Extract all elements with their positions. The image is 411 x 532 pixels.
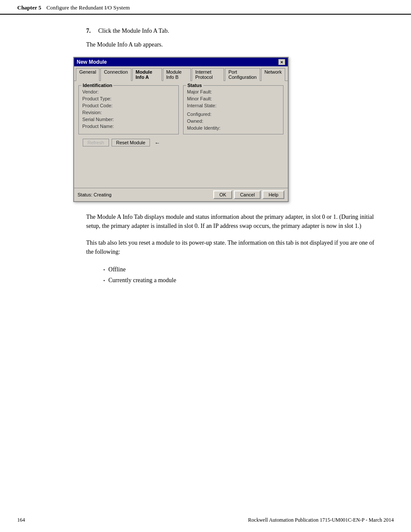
dialog-main-row: Identification Vendor: Product Type: Pro… [78, 85, 283, 134]
dialog-title: New Module [77, 59, 107, 65]
arrow-icon: ← [154, 140, 160, 146]
page-number: 164 [17, 517, 25, 523]
header-bar: Chapter 5 Configure the Redundant I/O Sy… [0, 0, 411, 15]
bullet-item-1: • Offline [103, 264, 377, 275]
bullet-item-2: • Currently creating a module [103, 275, 377, 286]
tab-connection[interactable]: Connection [100, 68, 131, 81]
tab-internet-protocol[interactable]: Internet Protocol [192, 68, 224, 81]
tab-port-configuration[interactable]: Port Configuration [225, 68, 260, 81]
step-subtext: The Module Info A tab appears. [86, 41, 394, 48]
bullet-list: • Offline • Currently creating a module [103, 264, 377, 286]
dialog-body: Identification Vendor: Product Type: Pro… [74, 81, 288, 188]
chapter-label: Chapter 5 [17, 4, 41, 11]
description-1: The Module A Info Tab displays module an… [86, 212, 377, 230]
tab-bar: General Connection Module Info A Module … [74, 66, 288, 81]
configured-row: Configured: [187, 112, 280, 117]
bullet-text-2: Currently creating a module [109, 275, 176, 286]
bullet-dot-2: • [103, 277, 105, 285]
revision-row: Revision: [82, 110, 175, 115]
serial-number-row: Serial Number: [82, 117, 175, 122]
refresh-button[interactable]: Refresh [83, 139, 109, 146]
step-row: 7. Click the Module Info A Tab. [17, 28, 394, 34]
publication-info: Rockwell Automation Publication 1715-UM0… [248, 517, 394, 523]
dialog-button-row: Refresh Reset Module ← [78, 139, 283, 146]
product-code-row: Product Code: [82, 103, 175, 108]
product-type-row: Product Type: [82, 96, 175, 101]
footer-buttons: OK Cancel Help [213, 190, 284, 199]
vendor-row: Vendor: [82, 89, 175, 94]
dialog-spacer [78, 149, 283, 184]
page-footer: 164 Rockwell Automation Publication 1715… [0, 517, 411, 523]
step-number: 7. [86, 28, 95, 34]
dialog-window: New Module × General Connection Module I… [73, 57, 289, 202]
footer-status: Status: Creating [78, 192, 112, 197]
tab-module-info-b[interactable]: Module Info B [163, 68, 191, 81]
bullet-text-1: Offline [109, 264, 126, 275]
module-identity-row: Module Identity: [187, 125, 280, 131]
internal-state-row: Internal State: [187, 103, 280, 108]
major-fault-row: Major Fault: [187, 89, 280, 94]
identification-group: Identification Vendor: Product Type: Pro… [78, 85, 179, 134]
step-instruction: Click the Module Info A Tab. [98, 28, 169, 34]
tab-network[interactable]: Network [261, 68, 285, 81]
bullet-dot-1: • [103, 266, 105, 274]
page-container: Chapter 5 Configure the Redundant I/O Sy… [0, 0, 411, 532]
header-title: Configure the Redundant I/O System [47, 4, 130, 11]
owned-row: Owned: [187, 118, 280, 124]
status-title: Status [186, 83, 203, 88]
dialog-footer: Status: Creating OK Cancel Help [74, 188, 288, 201]
minor-fault-row: Minor Fault: [187, 96, 280, 101]
status-group: Status Major Fault: Minor Fault: Interna… [183, 85, 283, 134]
dialog-close-button[interactable]: × [278, 59, 285, 65]
cancel-button[interactable]: Cancel [234, 190, 261, 199]
main-content: 7. Click the Module Info A Tab. The Modu… [0, 15, 411, 303]
help-button[interactable]: Help [262, 190, 284, 199]
reset-module-button[interactable]: Reset Module [112, 139, 150, 146]
tab-module-info-a[interactable]: Module Info A [132, 68, 162, 81]
ok-button[interactable]: OK [213, 190, 232, 199]
product-name-row: Product Name: [82, 124, 175, 129]
tab-general[interactable]: General [76, 68, 100, 81]
dialog-titlebar: New Module × [74, 58, 288, 66]
identification-title: Identification [81, 83, 113, 88]
description-2: This tab also lets you reset a module to… [86, 238, 377, 256]
